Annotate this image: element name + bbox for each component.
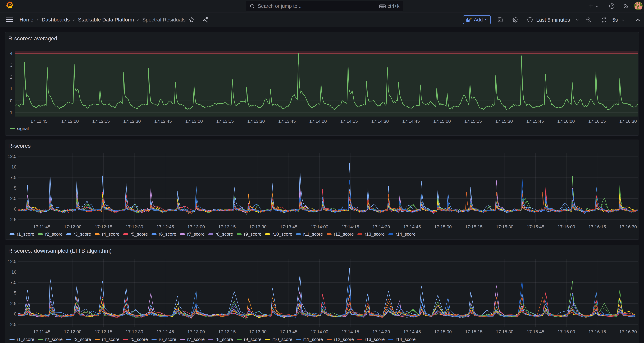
svg-text:12.5: 12.5 (8, 154, 16, 159)
svg-text:17:14:00: 17:14:00 (309, 119, 327, 124)
svg-text:17:12:15: 17:12:15 (95, 329, 112, 334)
svg-text:17:12:15: 17:12:15 (95, 224, 112, 229)
svg-text:17:15:15: 17:15:15 (464, 119, 482, 124)
svg-text:17:14:00: 17:14:00 (311, 329, 328, 334)
svg-text:17:11:45: 17:11:45 (30, 119, 48, 124)
svg-text:7.5: 7.5 (10, 280, 16, 285)
svg-text:17:14:45: 17:14:45 (404, 224, 421, 229)
svg-text:17:13:45: 17:13:45 (280, 224, 297, 229)
svg-text:17:13:15: 17:13:15 (218, 329, 236, 334)
svg-text:-2.5: -2.5 (9, 322, 16, 327)
svg-text:17:12:00: 17:12:00 (64, 329, 81, 334)
svg-text:17:16:15: 17:16:15 (588, 224, 606, 229)
svg-text:17:11:45: 17:11:45 (33, 329, 50, 334)
svg-text:17:15:30: 17:15:30 (496, 329, 514, 334)
svg-text:17:16:00: 17:16:00 (558, 224, 575, 229)
svg-text:17:13:00: 17:13:00 (187, 329, 205, 334)
svg-text:17:14:15: 17:14:15 (340, 119, 358, 124)
svg-text:17:14:30: 17:14:30 (372, 224, 390, 229)
svg-text:17:13:30: 17:13:30 (247, 119, 265, 124)
svg-text:17:12:30: 17:12:30 (123, 119, 141, 124)
svg-text:17:16:15: 17:16:15 (588, 119, 606, 124)
svg-text:0: 0 (10, 98, 12, 103)
svg-text:17:13:45: 17:13:45 (280, 329, 297, 334)
svg-text:5: 5 (14, 185, 16, 191)
svg-text:17:15:15: 17:15:15 (465, 329, 482, 334)
svg-text:17:14:15: 17:14:15 (342, 329, 359, 334)
svg-text:17:16:30: 17:16:30 (619, 119, 637, 124)
svg-text:-1: -1 (8, 110, 12, 115)
svg-text:17:14:30: 17:14:30 (372, 329, 390, 334)
svg-text:17:12:30: 17:12:30 (126, 224, 143, 229)
svg-text:17:13:00: 17:13:00 (187, 224, 205, 229)
svg-text:17:14:15: 17:14:15 (342, 224, 359, 229)
svg-text:4: 4 (10, 51, 12, 56)
svg-text:17:13:30: 17:13:30 (249, 224, 266, 229)
svg-text:17:13:15: 17:13:15 (216, 119, 234, 124)
svg-text:17:14:45: 17:14:45 (404, 329, 421, 334)
svg-text:17:15:30: 17:15:30 (496, 224, 514, 229)
svg-text:17:13:00: 17:13:00 (185, 119, 203, 124)
svg-text:-2.5: -2.5 (9, 217, 16, 222)
svg-text:1: 1 (10, 86, 12, 91)
svg-text:7.5: 7.5 (10, 175, 16, 180)
svg-text:17:13:30: 17:13:30 (249, 329, 266, 334)
svg-text:17:15:00: 17:15:00 (434, 329, 452, 334)
svg-text:10: 10 (12, 269, 16, 275)
svg-text:10: 10 (12, 164, 16, 170)
svg-text:17:15:45: 17:15:45 (527, 329, 544, 334)
svg-text:17:15:30: 17:15:30 (495, 119, 513, 124)
svg-text:17:12:00: 17:12:00 (64, 224, 81, 229)
svg-text:17:13:45: 17:13:45 (278, 119, 296, 124)
svg-text:17:15:00: 17:15:00 (434, 224, 452, 229)
svg-text:17:16:00: 17:16:00 (558, 329, 575, 334)
svg-text:17:12:30: 17:12:30 (126, 329, 143, 334)
svg-text:3: 3 (10, 63, 12, 68)
svg-text:17:12:45: 17:12:45 (156, 224, 174, 229)
svg-text:17:15:15: 17:15:15 (465, 224, 482, 229)
svg-text:2.5: 2.5 (10, 301, 16, 306)
svg-text:12.5: 12.5 (8, 259, 16, 264)
svg-text:17:15:45: 17:15:45 (527, 224, 544, 229)
svg-text:5: 5 (14, 290, 16, 295)
svg-text:17:16:30: 17:16:30 (619, 224, 637, 229)
svg-text:0: 0 (14, 206, 16, 212)
svg-text:17:12:00: 17:12:00 (61, 119, 79, 124)
svg-text:0: 0 (14, 311, 16, 316)
svg-text:17:15:45: 17:15:45 (526, 119, 544, 124)
svg-text:2.5: 2.5 (10, 196, 16, 201)
svg-text:17:12:45: 17:12:45 (156, 329, 174, 334)
svg-text:17:15:00: 17:15:00 (433, 119, 451, 124)
svg-text:17:16:15: 17:16:15 (588, 329, 606, 334)
svg-text:17:12:45: 17:12:45 (154, 119, 172, 124)
svg-text:17:14:45: 17:14:45 (402, 119, 420, 124)
svg-text:2: 2 (10, 75, 12, 80)
svg-text:17:13:15: 17:13:15 (218, 224, 236, 229)
svg-text:17:14:30: 17:14:30 (371, 119, 389, 124)
svg-text:17:11:45: 17:11:45 (33, 224, 50, 229)
svg-text:17:12:15: 17:12:15 (92, 119, 110, 124)
svg-text:17:16:30: 17:16:30 (619, 329, 637, 334)
svg-text:17:16:00: 17:16:00 (557, 119, 575, 124)
svg-text:17:14:00: 17:14:00 (311, 224, 328, 229)
